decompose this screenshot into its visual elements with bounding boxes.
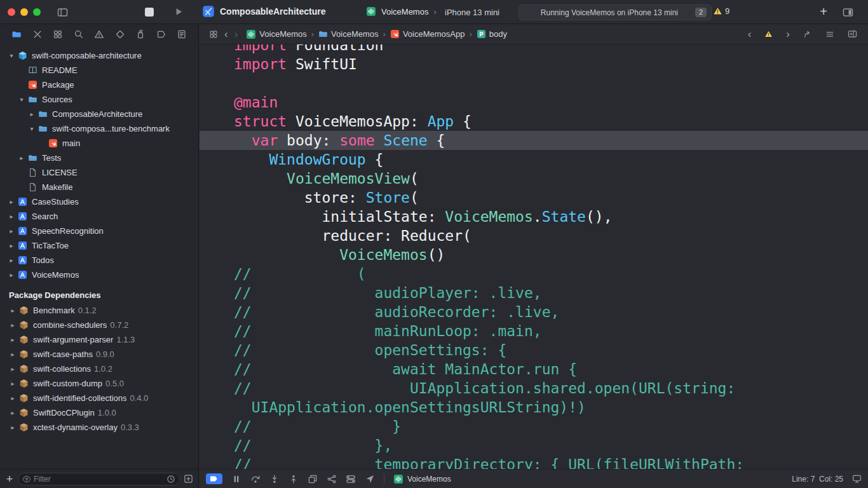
code-line[interactable]: // await MainActor.run { (200, 360, 868, 379)
disclosure-closed-icon[interactable]: ▸ (8, 365, 18, 372)
related-items-icon[interactable] (209, 30, 218, 39)
code-line[interactable]: struct VoiceMemosApp: App { (200, 112, 868, 131)
activity-status[interactable]: Running VoiceMemos on iPhone 13 mini 2 (519, 4, 712, 20)
disclosure-closed-icon[interactable]: ▸ (6, 227, 17, 234)
code-line[interactable]: WindowGroup { (200, 150, 868, 169)
view-hierarchy-button[interactable] (308, 474, 318, 484)
disclosure-closed-icon[interactable]: ▸ (8, 307, 18, 314)
recents-clock-icon[interactable] (166, 475, 175, 484)
pause-button[interactable] (231, 474, 241, 484)
symbol-navigator-tab[interactable] (51, 28, 64, 41)
code-line[interactable]: import Foundation (200, 44, 868, 55)
disclosure-closed-icon[interactable]: ▸ (6, 213, 17, 220)
source-editor[interactable]: import Foundationimport SwiftUI @mainstr… (200, 44, 868, 469)
warnings-indicator[interactable]: 9 (713, 6, 729, 16)
code-line[interactable]: // UIApplication.shared.open(URL(string: (200, 379, 868, 398)
disclosure-closed-icon[interactable]: ▸ (8, 380, 18, 387)
tree-item-package[interactable]: Package (0, 78, 198, 92)
tree-item-swift-composable-architecture[interactable]: ▾swift-composable-architecture (0, 48, 198, 63)
add-filter-scope-icon[interactable] (184, 474, 193, 484)
memory-graph-button[interactable] (327, 474, 337, 484)
tree-item-speechrecognition[interactable]: ▸SpeechRecognition (0, 224, 198, 238)
code-line[interactable]: initialState: VoiceMemos.State(), (200, 207, 868, 226)
code-line[interactable]: reducer: Reducer( (200, 226, 868, 245)
previous-issue-button[interactable]: ‹ (748, 29, 752, 39)
go-forward-button[interactable]: › (234, 29, 238, 39)
add-editor-icon[interactable] (848, 29, 857, 39)
toggle-navigator-icon[interactable] (57, 7, 68, 18)
tree-item-tests[interactable]: ▸Tests (0, 151, 198, 165)
tree-item-license[interactable]: LICENSE (0, 165, 198, 180)
disclosure-closed-icon[interactable]: ▸ (6, 242, 17, 249)
add-item-button[interactable]: + (5, 473, 14, 485)
breadcrumb-item-voicememos-0[interactable]: VoiceMemos (246, 29, 306, 39)
code-line[interactable]: store: Store( (200, 188, 868, 207)
source-control-navigator-tab[interactable] (31, 28, 44, 41)
filter-field[interactable] (18, 473, 180, 485)
run-button[interactable] (174, 7, 184, 17)
status-badge[interactable]: 2 (695, 8, 707, 17)
code-line[interactable]: // mainRunLoop: .main, (200, 322, 868, 341)
project-navigator-tab[interactable] (10, 28, 23, 41)
project-navigator-pane[interactable]: ▾swift-composable-architectureREADMEPack… (0, 44, 198, 469)
code-line[interactable]: // }, (200, 436, 868, 455)
disclosure-closed-icon[interactable]: ▸ (8, 424, 18, 431)
tree-item-main[interactable]: main (0, 136, 198, 151)
tree-item-composablearchitecture[interactable]: ▸ComposableArchitecture (0, 107, 198, 121)
dependency-item-swiftdoccplugin[interactable]: ▸SwiftDocCPlugin1.0.0 (0, 405, 198, 420)
destination-selector[interactable]: iPhone 13 mini (445, 8, 499, 17)
dependency-item-swift-identified-collections[interactable]: ▸swift-identified-collections0.4.0 (0, 391, 198, 405)
disclosure-closed-icon[interactable]: ▸ (8, 336, 18, 343)
code-line[interactable]: // } (200, 417, 868, 436)
code-line[interactable]: UIApplication.openSettingsURLString)!) (200, 398, 868, 417)
tree-item-makefile[interactable]: Makefile (0, 180, 198, 194)
breadcrumb-item-body-3[interactable]: Pbody (477, 29, 507, 39)
tree-item-todos[interactable]: ▸Todos (0, 253, 198, 268)
code-line[interactable]: // openSettings: { (200, 341, 868, 360)
dependency-item-xctest-dynamic-overlay[interactable]: ▸xctest-dynamic-overlay0.3.3 (0, 420, 198, 435)
dependency-item-combine-schedulers[interactable]: ▸combine-schedulers0.7.2 (0, 318, 198, 332)
dependency-item-swift-collections[interactable]: ▸swift-collections1.0.2 (0, 362, 198, 376)
tree-item-sources[interactable]: ▾Sources (0, 92, 198, 107)
dependency-item-benchmark[interactable]: ▸Benchmark0.1.2 (0, 303, 198, 318)
test-navigator-tab[interactable] (114, 28, 126, 41)
disclosure-open-icon[interactable]: ▾ (17, 96, 27, 103)
report-navigator-tab[interactable] (175, 28, 188, 41)
step-over-button[interactable] (250, 474, 261, 484)
disclosure-closed-icon[interactable]: ▸ (6, 271, 17, 278)
step-out-button[interactable] (288, 474, 299, 484)
breadcrumb-item-voicememosapp-2[interactable]: VoiceMemosApp (390, 29, 465, 39)
breadcrumb-item-voicememos-1[interactable]: VoiceMemos (318, 29, 378, 39)
code-line[interactable]: // ( (200, 264, 868, 283)
display-icon[interactable] (852, 474, 862, 484)
tree-item-swift-composa-ture-benchmark[interactable]: ▾swift-composa...ture-benchmark (0, 121, 198, 136)
breakpoints-toggle-button[interactable] (206, 473, 222, 484)
code-line[interactable]: import SwiftUI (200, 55, 868, 74)
tree-item-readme[interactable]: README (0, 63, 198, 78)
find-navigator-tab[interactable] (72, 28, 85, 41)
go-back-button[interactable]: ‹ (224, 29, 228, 39)
disclosure-closed-icon[interactable]: ▸ (27, 111, 37, 118)
disclosure-closed-icon[interactable]: ▸ (8, 395, 18, 402)
close-window-button[interactable] (8, 8, 15, 16)
environment-overrides-button[interactable] (346, 474, 356, 484)
running-target[interactable]: VoiceMemos (393, 474, 451, 484)
disclosure-closed-icon[interactable]: ▸ (8, 322, 18, 329)
breakpoint-navigator-tab[interactable] (155, 28, 168, 41)
issue-navigator-tab[interactable] (93, 28, 105, 41)
code-line[interactable]: // audioRecorder: .live, (200, 302, 868, 322)
scheme-name[interactable]: VoiceMemos (381, 7, 428, 17)
disclosure-closed-icon[interactable]: ▸ (8, 409, 18, 416)
code-line[interactable] (200, 74, 868, 93)
next-issue-button[interactable]: › (786, 29, 790, 39)
disclosure-open-icon[interactable]: ▾ (6, 52, 17, 59)
debug-navigator-tab[interactable] (134, 28, 147, 41)
code-line[interactable]: VoiceMemosView( (200, 169, 868, 188)
code-line[interactable]: @main (200, 93, 868, 112)
simulate-location-button[interactable] (365, 474, 375, 484)
adjust-editor-icon[interactable] (825, 30, 834, 39)
code-line[interactable]: // temporaryDirectory: { URL(fileURLWith… (200, 455, 868, 469)
disclosure-closed-icon[interactable]: ▸ (17, 154, 27, 161)
code-line[interactable]: // audioPlayer: .live, (200, 283, 868, 302)
code-line[interactable]: var body: some Scene { (200, 131, 868, 150)
